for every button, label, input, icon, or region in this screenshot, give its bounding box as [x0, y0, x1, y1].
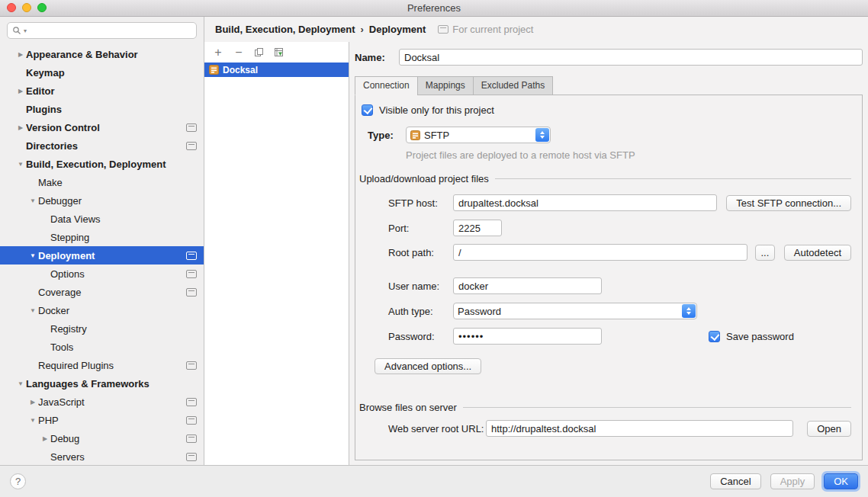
- combo-arrows[interactable]: [535, 128, 549, 142]
- window-title: Preferences: [407, 2, 461, 14]
- chevron-right-icon[interactable]: ▶: [15, 51, 26, 58]
- sidebar-item-label: Debugger: [38, 195, 197, 207]
- sidebar-item-label: Registry: [50, 323, 197, 335]
- web-root-row: Web server root URL: Open: [388, 420, 851, 437]
- sidebar-item-data-views[interactable]: Data Views: [0, 210, 204, 228]
- chevron-down-icon[interactable]: ▼: [27, 197, 38, 204]
- visible-project-row: Visible only for this project: [362, 104, 851, 116]
- sidebar-item-label: Tools: [50, 341, 197, 353]
- sidebar-item-required-plugins[interactable]: Required Plugins: [0, 356, 204, 374]
- type-row: Type: SFTP: [368, 127, 851, 143]
- sidebar-item-build-execution-deployment[interactable]: ▼ Build, Execution, Deployment: [0, 155, 204, 173]
- add-server-button[interactable]: +: [213, 47, 223, 57]
- chevron-right-icon[interactable]: ▶: [27, 399, 38, 406]
- arrow-down-icon: [540, 136, 545, 139]
- settings-tabs: Connection Mappings Excluded Paths: [355, 76, 863, 95]
- save-password-row: Save password: [709, 331, 794, 342]
- chevron-right-icon[interactable]: ▶: [15, 124, 26, 131]
- chevron-right-icon[interactable]: ▶: [15, 88, 26, 95]
- sidebar-item-languages-frameworks[interactable]: ▼ Languages & Frameworks: [0, 374, 204, 393]
- sidebar-item-appearance-behavior[interactable]: ▶ Appearance & Behavior: [0, 45, 204, 63]
- settings-search-box[interactable]: ▾: [7, 22, 197, 39]
- open-url-button[interactable]: Open: [807, 421, 851, 437]
- tab-mappings[interactable]: Mappings: [417, 76, 474, 95]
- chevron-down-icon[interactable]: ▼: [15, 161, 26, 168]
- sidebar-item-plugins[interactable]: Plugins: [0, 100, 204, 118]
- copy-server-button[interactable]: [254, 47, 264, 57]
- sidebar-item-servers[interactable]: Servers: [0, 447, 204, 465]
- type-label: Type:: [368, 130, 406, 141]
- settings-search-input[interactable]: [29, 25, 191, 36]
- sidebar-item-make[interactable]: Make: [0, 173, 204, 191]
- breadcrumb-section[interactable]: Build, Execution, Deployment: [215, 24, 355, 35]
- sidebar-item-version-control[interactable]: ▶ Version Control: [0, 118, 204, 136]
- sidebar-item-directories[interactable]: Directories: [0, 136, 204, 155]
- server-icon: [209, 65, 219, 75]
- remove-server-button[interactable]: −: [233, 47, 244, 57]
- web-root-input[interactable]: [486, 420, 793, 437]
- paste-icon: [274, 47, 284, 57]
- scope-note-label: For current project: [452, 24, 533, 35]
- autodetect-button[interactable]: Autodetect: [784, 245, 851, 261]
- type-hint-text: Project files are deployed to a remote h…: [406, 149, 851, 161]
- project-scope-icon: [186, 123, 197, 132]
- sidebar-item-label: Servers: [50, 451, 186, 463]
- close-window-button[interactable]: [7, 3, 16, 12]
- ok-button[interactable]: OK: [824, 473, 858, 489]
- search-options-caret-icon[interactable]: ▾: [24, 27, 27, 34]
- chevron-down-icon[interactable]: ▼: [27, 417, 38, 424]
- sidebar-item-registry[interactable]: Registry: [0, 319, 204, 338]
- help-button[interactable]: ?: [10, 473, 26, 489]
- breadcrumb: Build, Execution, Deployment › Deploymen…: [204, 17, 868, 42]
- type-select[interactable]: SFTP: [406, 127, 551, 143]
- auth-type-select[interactable]: Password: [453, 303, 697, 319]
- chevron-down-icon[interactable]: ▼: [27, 307, 38, 314]
- browse-section-title: Browse files on server: [359, 402, 457, 413]
- sidebar-item-tools[interactable]: Tools: [0, 338, 204, 356]
- combo-arrows[interactable]: [682, 304, 696, 318]
- sidebar-item-debugger[interactable]: ▼ Debugger: [0, 191, 204, 210]
- save-password-checkbox[interactable]: [709, 331, 720, 342]
- sidebar-item-options[interactable]: Options: [0, 265, 204, 283]
- sidebar-item-label: Docker: [38, 305, 197, 316]
- test-sftp-connection-button[interactable]: Test SFTP connection...: [726, 195, 851, 211]
- browse-root-path-button[interactable]: ...: [755, 245, 775, 261]
- visible-project-checkbox[interactable]: [362, 104, 373, 116]
- sidebar-item-debug[interactable]: ▶ Debug: [0, 429, 204, 447]
- server-list-panel: + − Docksal: [204, 42, 349, 465]
- cancel-button[interactable]: Cancel: [710, 473, 760, 489]
- browse-section-header: Browse files on server: [359, 402, 851, 413]
- sidebar-item-stepping[interactable]: Stepping: [0, 228, 204, 246]
- minimize-window-button[interactable]: [22, 3, 31, 12]
- sidebar-item-php[interactable]: ▼ PHP: [0, 411, 204, 429]
- sidebar-item-javascript[interactable]: ▶ JavaScript: [0, 393, 204, 411]
- chevron-right-icon[interactable]: ▶: [40, 435, 50, 442]
- tab-connection[interactable]: Connection: [355, 76, 418, 95]
- sidebar-item-coverage[interactable]: Coverage: [0, 283, 204, 301]
- project-scope-icon: [186, 252, 197, 260]
- password-input[interactable]: [453, 328, 602, 345]
- server-list-item[interactable]: Docksal: [204, 63, 349, 77]
- apply-button[interactable]: Apply: [770, 473, 815, 489]
- chevron-down-icon[interactable]: ▼: [15, 380, 26, 387]
- root-path-input[interactable]: [453, 244, 747, 261]
- advanced-options-button[interactable]: Advanced options...: [375, 358, 481, 374]
- sidebar-item-editor[interactable]: ▶ Editor: [0, 82, 204, 100]
- sidebar-item-label: Version Control: [26, 122, 186, 133]
- zoom-window-button[interactable]: [37, 3, 47, 12]
- sidebar-item-deployment[interactable]: ▼ Deployment: [0, 246, 204, 265]
- section-divider: [463, 407, 851, 408]
- tab-excluded-paths[interactable]: Excluded Paths: [473, 76, 553, 95]
- sidebar-item-docker[interactable]: ▼ Docker: [0, 301, 204, 319]
- project-scope-icon: [186, 288, 197, 297]
- paste-server-button[interactable]: [274, 47, 284, 57]
- port-input[interactable]: [453, 220, 502, 236]
- name-row: Name:: [355, 49, 863, 66]
- sidebar-item-keymap[interactable]: Keymap: [0, 63, 204, 82]
- sidebar-item-label: Directories: [26, 140, 186, 152]
- visible-project-label: Visible only for this project: [379, 104, 494, 116]
- sftp-host-input[interactable]: [453, 194, 717, 211]
- user-name-input[interactable]: [453, 277, 602, 294]
- chevron-down-icon[interactable]: ▼: [27, 252, 38, 259]
- name-input[interactable]: [399, 49, 863, 66]
